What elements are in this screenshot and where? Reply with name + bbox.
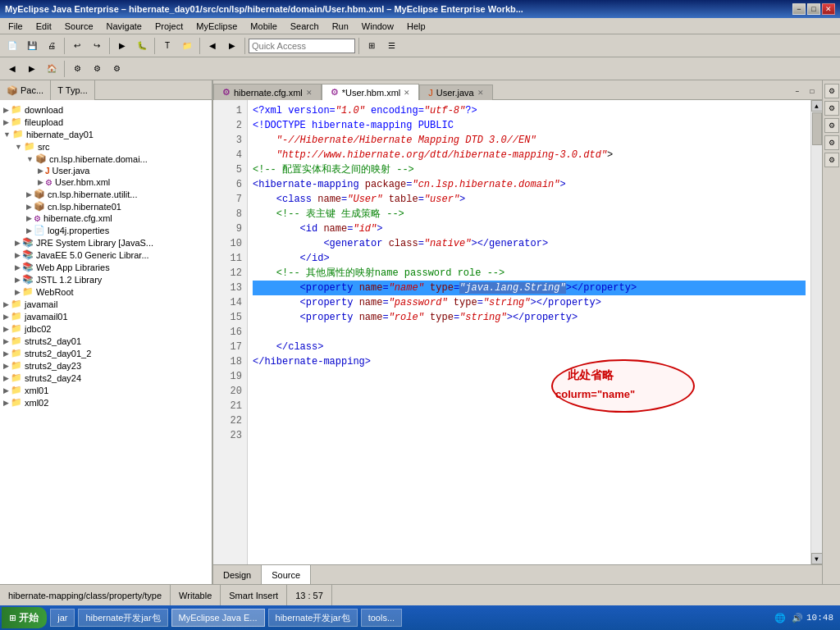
menu-myeclipse[interactable]: MyEclipse [191, 21, 242, 32]
menu-run[interactable]: Run [327, 21, 354, 32]
minimize-button[interactable]: − [792, 3, 806, 15]
save-button[interactable]: 💾 [23, 37, 41, 55]
maximize-view-button[interactable]: ⊞ [363, 37, 381, 55]
taskbar-time: 10:48 [806, 613, 833, 623]
tree-item[interactable]: ▶📁WebRoot [3, 285, 208, 298]
tree-item[interactable]: ▼📦cn.lsp.hibernate.domai... [3, 153, 208, 165]
new-button[interactable]: 📄 [3, 37, 21, 55]
menu-mobile[interactable]: Mobile [245, 21, 281, 32]
maximize-button[interactable]: □ [807, 3, 820, 15]
minimize-editor-btn[interactable]: − [791, 84, 804, 98]
taskbar-item-hibernate-jar2[interactable]: hibernate开发jar包 [268, 609, 358, 627]
tree-item[interactable]: ▶📁struts2_day01_2 [3, 347, 208, 359]
taskbar-item-jar[interactable]: jar [50, 609, 75, 627]
code-content[interactable]: <?xml version="1.0" encoding="utf-8"?><!… [248, 100, 810, 564]
menu-file[interactable]: File [3, 21, 28, 32]
back-button[interactable]: ◀ [3, 60, 21, 78]
run-button[interactable]: ▶ [113, 37, 131, 55]
bottom-tabs: Design Source [213, 564, 822, 584]
code-editor[interactable]: 1234567891011121314151617181920212223 <?… [213, 100, 822, 564]
scroll-down-btn[interactable]: ▼ [811, 553, 823, 564]
tree-item[interactable]: ▶📁struts2_day23 [3, 359, 208, 372]
tab-hibernate-cfg-close[interactable]: ✕ [306, 89, 313, 97]
open-type-button[interactable]: T [158, 37, 176, 55]
menu-window[interactable]: Window [357, 21, 399, 32]
right-btn-5[interactable]: ⚙ [824, 153, 839, 167]
left-tab-type[interactable]: T Typ... [51, 80, 95, 100]
debug-button[interactable]: 🐛 [133, 37, 151, 55]
code-line: <class name="User" table="user"> [253, 192, 806, 207]
left-tab-package[interactable]: 📦 Pac... [0, 80, 51, 100]
tree-item[interactable]: ▶📁javamail [3, 298, 208, 310]
start-button[interactable]: ⊞ 开始 [2, 607, 47, 628]
undo-button[interactable]: ↩ [68, 37, 86, 55]
prev-edit-button[interactable]: ◀ [203, 37, 221, 55]
taskbar-item-myeclipse[interactable]: MyEclipse Java E... [171, 609, 265, 627]
tree-item[interactable]: ▶📚Web App Libraries [3, 261, 208, 273]
maximize-editor-btn[interactable]: □ [806, 84, 819, 98]
taskbar-item-tools[interactable]: tools... [361, 609, 402, 627]
tab-user-hbm[interactable]: ⚙ *User.hbm.xml ✕ [322, 84, 420, 100]
open-resource-button[interactable]: 📁 [178, 37, 196, 55]
window-title: MyEclipse Java Enterprise – hibernate_da… [5, 4, 523, 14]
task3-btn[interactable]: ⚙ [107, 60, 126, 78]
scroll-up-btn[interactable]: ▲ [811, 100, 823, 112]
tree-item[interactable]: ▶📁xml01 [3, 384, 208, 396]
task1-btn[interactable]: ⚙ [68, 60, 86, 78]
tab-hibernate-cfg[interactable]: ⚙ hibernate.cfg.xml ✕ [213, 84, 322, 100]
menu-search[interactable]: Search [285, 21, 324, 32]
menu-source[interactable]: Source [60, 21, 98, 32]
tree-item[interactable]: ▶📁struts2_day01 [3, 335, 208, 347]
quick-access-input[interactable] [249, 39, 355, 53]
sep2 [109, 38, 110, 54]
tree-item[interactable]: ▶📄log4j.properties [3, 224, 208, 236]
tree-item[interactable]: ▶📁xml02 [3, 396, 208, 409]
menu-help[interactable]: Help [402, 21, 431, 32]
tree-item[interactable]: ▶📚JSTL 1.2 Library [3, 273, 208, 285]
status-mode: Writable [171, 585, 221, 605]
tree-item[interactable]: ▶📁struts2_day24 [3, 372, 208, 384]
print-button[interactable]: 🖨 [43, 37, 61, 55]
tree-item[interactable]: ▶📦cn.lsp.hibernate.utilit... [3, 188, 208, 200]
tree-item[interactable]: ▼📁src [3, 140, 208, 153]
tab-source[interactable]: Source [262, 565, 311, 584]
line-numbers: 1234567891011121314151617181920212223 [213, 100, 248, 564]
tree-item[interactable]: ▶📚JRE System Library [JavaS... [3, 236, 208, 249]
menu-project[interactable]: Project [150, 21, 188, 32]
tree-item[interactable]: ▼📁hibernate_day01 [3, 128, 208, 140]
tab-user-hbm-close[interactable]: ✕ [404, 89, 410, 97]
next-edit-button[interactable]: ▶ [223, 37, 241, 55]
status-path: hibernate-mapping/class/property/type [0, 585, 171, 605]
tree-item[interactable]: ▶📁jdbc02 [3, 322, 208, 335]
taskbar-jar-label: jar [57, 613, 67, 623]
close-button[interactable]: ✕ [822, 3, 835, 15]
tree-item[interactable]: ▶📚JavaEE 5.0 Generic Librar... [3, 249, 208, 261]
right-btn-4[interactable]: ⚙ [824, 135, 839, 150]
redo-button[interactable]: ↪ [88, 37, 106, 55]
home-button[interactable]: 🏠 [43, 60, 61, 78]
right-btn-1[interactable]: ⚙ [824, 84, 839, 98]
tree-item[interactable]: ▶⚙User.hbm.xml [3, 176, 208, 188]
menu-button[interactable]: ☰ [382, 37, 400, 55]
tree-item[interactable]: ▶JUser.java [3, 165, 208, 176]
tab-design[interactable]: Design [213, 565, 262, 584]
menu-navigate[interactable]: Navigate [102, 21, 147, 32]
right-btn-2[interactable]: ⚙ [824, 101, 839, 116]
tree-item[interactable]: ▶📁download [3, 103, 208, 116]
tree-item[interactable]: ▶⚙hibernate.cfg.xml [3, 212, 208, 224]
code-line: <?xml version="1.0" encoding="utf-8"?> [253, 103, 806, 118]
taskbar-item-hibernate-jar[interactable]: hibernate开发jar包 [78, 609, 167, 627]
task2-btn[interactable]: ⚙ [88, 60, 106, 78]
start-label: 开始 [19, 611, 39, 625]
menu-edit[interactable]: Edit [31, 21, 57, 32]
tree-item[interactable]: ▶📦cn.lsp.hibernate01 [3, 200, 208, 212]
code-line: <property name="role" type="string"></pr… [253, 310, 806, 325]
tab-user-java[interactable]: J User.java ✕ [419, 84, 492, 100]
tree-item[interactable]: ▶📁fileupload [3, 116, 208, 128]
tree-item[interactable]: ▶📁javamail01 [3, 310, 208, 322]
scroll-thumb[interactable] [812, 112, 822, 145]
forward-button[interactable]: ▶ [23, 60, 41, 78]
editor-scrollbar[interactable]: ▲ ▼ [810, 100, 822, 564]
right-btn-3[interactable]: ⚙ [824, 118, 839, 133]
tab-user-java-close[interactable]: ✕ [477, 89, 484, 97]
